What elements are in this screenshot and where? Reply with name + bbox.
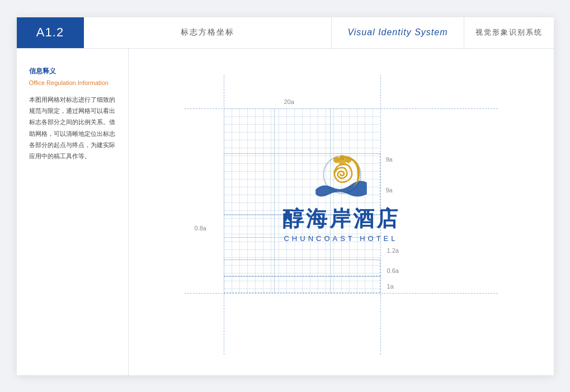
measure-20a: 20a — [284, 98, 294, 105]
header-vis-en: Visual Identity System — [332, 17, 463, 48]
logo-container: 醇海岸酒店 CHUNCOAST HOTEL — [282, 148, 400, 243]
sidebar-body-text: 本图用网格对标志进行了细致的规范与限定，通过网格可以看出标志各部分之间的比例关系… — [29, 94, 116, 162]
svg-point-2 — [345, 156, 351, 163]
inner-box-2 — [224, 259, 380, 276]
svg-point-4 — [339, 155, 345, 160]
measure-1-2a: 1.2a — [387, 247, 399, 254]
logo-text-en: CHUNCOAST HOTEL — [284, 234, 398, 243]
measure-1a: 1a — [387, 283, 394, 290]
sidebar-label-cn: 信息释义 — [29, 67, 116, 76]
hline-bottom — [185, 293, 498, 294]
sidebar: 信息释义 Office Regulation Information 本图用网格… — [17, 49, 129, 375]
logo-icon — [308, 148, 375, 204]
svg-point-3 — [333, 156, 340, 163]
header-code: A1.2 — [17, 17, 84, 48]
inner-box-3 — [224, 276, 380, 293]
header: A1.2 标志方格坐标 Visual Identity System 视觉形象识… — [17, 17, 554, 49]
measure-0-8a: 0.8a — [195, 225, 206, 232]
header-right: Visual Identity System 视觉形象识别系统 — [331, 17, 553, 48]
sidebar-label-en: Office Regulation Information — [29, 79, 116, 86]
header-vis-cn: 视觉形象识别系统 — [464, 17, 554, 48]
logo-text-cn: 醇海岸酒店 — [282, 205, 400, 233]
measure-0-6a: 0.6a — [387, 267, 399, 274]
body: 信息释义 Office Regulation Information 本图用网格… — [17, 49, 554, 375]
hline-top — [185, 108, 498, 109]
page: A1.2 标志方格坐标 Visual Identity System 视觉形象识… — [17, 17, 554, 375]
grid-area: 20a 9a 9a 0.8a 1.2a 0.6a 1a — [185, 75, 498, 355]
main-content: 20a 9a 9a 0.8a 1.2a 0.6a 1a — [129, 49, 554, 375]
header-title-cn: 标志方格坐标 — [84, 17, 332, 48]
